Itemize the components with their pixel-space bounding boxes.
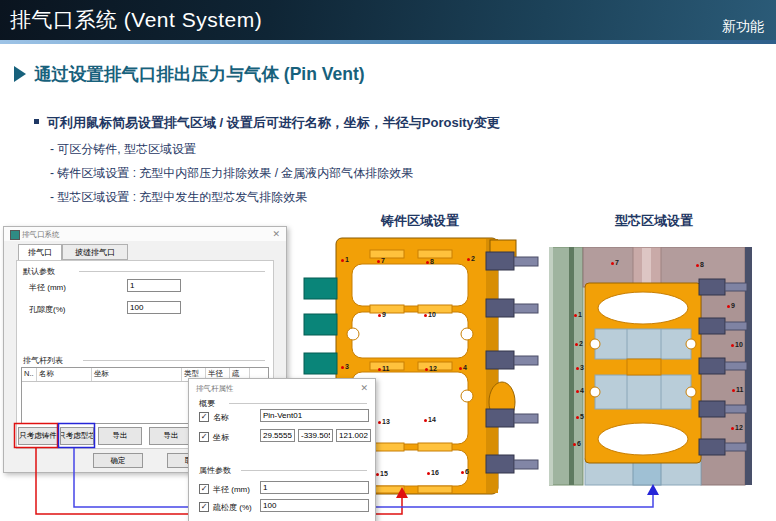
caption-core-region: 型芯区域设置 bbox=[548, 212, 760, 230]
vent-point-11: 11 bbox=[378, 365, 389, 372]
radius-input[interactable] bbox=[127, 279, 181, 292]
radius-label: 半径 (mm) bbox=[29, 282, 66, 293]
vent-point-4: 4 bbox=[459, 364, 467, 371]
group-vent-list: 排气杆列表 bbox=[23, 355, 63, 366]
header-bar: 排气口系统 (Vent System) 新功能 bbox=[0, 0, 776, 40]
triangle-bullet-icon bbox=[14, 66, 26, 82]
group-divider bbox=[229, 403, 367, 404]
radius-label: 半径 (mm) bbox=[213, 484, 250, 495]
vent-point-3: 3 bbox=[576, 364, 584, 371]
vent-point-6: 6 bbox=[461, 468, 469, 475]
vent-point-12: 12 bbox=[731, 424, 743, 431]
vent-point-10: 10 bbox=[424, 311, 436, 318]
slide: 排气口系统 (Vent System) 新功能 通过设置排气口排出压力与气体 (… bbox=[0, 0, 776, 521]
vent-point-8: 8 bbox=[426, 258, 434, 265]
caption-casting-region: 铸件区域设置 bbox=[300, 212, 540, 230]
vent-point-2: 2 bbox=[575, 340, 583, 347]
vent-pin-property-dialog: 排气杆属性 ✕ 概要 名称 坐标 属性参数 半径 (mm) 疏松度 (%) bbox=[188, 378, 376, 521]
square-bullet-icon bbox=[34, 119, 39, 124]
group-divider bbox=[241, 470, 367, 471]
core-model-view: 781234569101112 bbox=[549, 247, 761, 487]
export-button-1[interactable]: 导出 bbox=[98, 427, 142, 445]
vent-point-12: 12 bbox=[425, 365, 437, 372]
sub-bullet-2: - 铸件区域设置 : 充型中内部压力排除效果 / 金属液内部气体排除效果 bbox=[50, 165, 413, 182]
group-params: 属性参数 bbox=[199, 465, 231, 476]
header-divider bbox=[0, 40, 776, 44]
name-checkbox[interactable] bbox=[199, 412, 209, 422]
vent-dialog-title: 排气口系统 bbox=[22, 230, 60, 240]
name-label: 名称 bbox=[213, 412, 229, 423]
sub-bullet-3: - 型芯区域设置 : 充型中发生的型芯发气排除效果 bbox=[50, 189, 307, 206]
vent-point-4: 4 bbox=[576, 387, 584, 394]
section-heading-text: 通过设置排气口排出压力与气体 (Pin Vent) bbox=[34, 62, 365, 86]
radius-input[interactable] bbox=[260, 481, 369, 494]
vent-point-10: 10 bbox=[731, 341, 743, 348]
radius-checkbox[interactable] bbox=[199, 484, 209, 494]
core-only-button[interactable]: 只考虑型芯 bbox=[60, 427, 94, 445]
name-input[interactable] bbox=[260, 409, 369, 422]
export-button-2[interactable]: 导出 bbox=[149, 427, 193, 445]
porosity-input[interactable] bbox=[127, 301, 181, 314]
coord-y-input[interactable] bbox=[298, 429, 333, 442]
col-coord: 坐标 bbox=[92, 368, 182, 381]
vent-point-13: 13 bbox=[378, 418, 390, 425]
vent-point-6: 6 bbox=[573, 440, 581, 447]
bullet-main: 可利用鼠标简易设置排气区域 / 设置后可进行名称，坐标，半径与Porosity变… bbox=[34, 114, 500, 132]
vent-point-9: 9 bbox=[727, 302, 735, 309]
vent-dialog-titlebar[interactable]: 排气口系统 ✕ bbox=[4, 227, 286, 241]
ok-button[interactable]: 确定 bbox=[93, 453, 143, 468]
vent-point-8: 8 bbox=[696, 261, 704, 268]
group-divider bbox=[79, 271, 265, 272]
coord-z-input[interactable] bbox=[336, 429, 371, 442]
bullet-main-text: 可利用鼠标简易设置排气区域 / 设置后可进行名称，坐标，半径与Porosity变… bbox=[47, 114, 500, 132]
tab-flash-vent[interactable]: 披缝排气口 bbox=[62, 244, 128, 260]
col-name: 名称 bbox=[37, 368, 92, 381]
vent-point-1: 1 bbox=[341, 256, 349, 263]
porosity-input[interactable] bbox=[260, 499, 369, 512]
page-title: 排气口系统 (Vent System) bbox=[10, 6, 262, 34]
casting-only-button[interactable]: 只考虑铸件 bbox=[18, 427, 58, 445]
vent-point-2: 2 bbox=[467, 255, 475, 262]
vent-point-7: 7 bbox=[611, 259, 619, 266]
vent-point-11: 11 bbox=[732, 386, 743, 393]
vent-point-15: 15 bbox=[376, 470, 388, 477]
vent-point-5: 5 bbox=[576, 413, 584, 420]
prop-dialog-title: 排气杆属性 bbox=[196, 384, 234, 394]
vent-point-7: 7 bbox=[377, 257, 385, 264]
sub-bullet-1: - 可区分铸件, 型芯区域设置 bbox=[50, 141, 196, 158]
close-icon[interactable]: ✕ bbox=[272, 229, 280, 239]
group-divider bbox=[83, 360, 265, 361]
vent-point-9: 9 bbox=[378, 311, 386, 318]
vent-point-14: 14 bbox=[424, 416, 436, 423]
porosity-checkbox[interactable] bbox=[199, 502, 209, 512]
close-icon[interactable]: ✕ bbox=[360, 383, 368, 393]
app-icon bbox=[10, 230, 20, 240]
col-no: N.. bbox=[22, 368, 37, 381]
group-summary: 概要 bbox=[199, 398, 215, 409]
coord-label: 坐标 bbox=[213, 432, 229, 443]
porosity-label: 疏松度 (%) bbox=[213, 502, 252, 513]
new-feature-badge: 新功能 bbox=[722, 18, 764, 36]
porosity-label: 孔隙度(%) bbox=[29, 304, 65, 315]
vent-point-3: 3 bbox=[341, 363, 349, 370]
section-heading: 通过设置排气口排出压力与气体 (Pin Vent) bbox=[14, 62, 365, 86]
tab-vent[interactable]: 排气口 bbox=[18, 244, 62, 260]
coord-checkbox[interactable] bbox=[199, 432, 209, 442]
vent-point-1: 1 bbox=[574, 311, 582, 318]
coord-x-input[interactable] bbox=[260, 429, 295, 442]
group-default-params: 默认参数 bbox=[23, 266, 55, 277]
vent-point-16: 16 bbox=[427, 469, 439, 476]
